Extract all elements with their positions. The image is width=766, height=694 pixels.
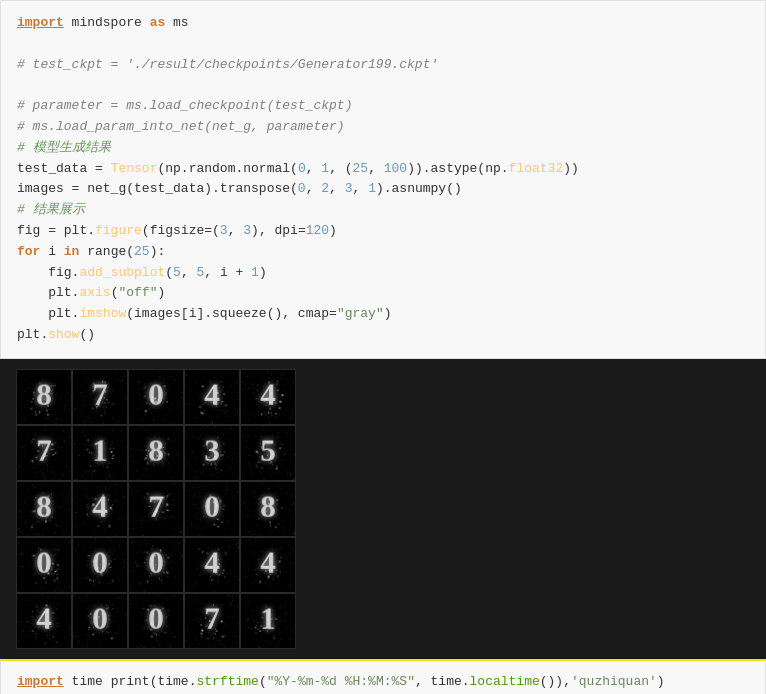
- digit-cell: [16, 425, 72, 481]
- digit-cell: [184, 425, 240, 481]
- digit-cell: [72, 481, 128, 537]
- digit-cell: [16, 481, 72, 537]
- digit-row: [16, 425, 296, 481]
- digit-cell: [72, 425, 128, 481]
- digit-cell: [240, 481, 296, 537]
- image-output-block: [0, 359, 766, 659]
- digit-cell: [128, 537, 184, 593]
- digit-grid: [16, 369, 296, 649]
- digit-row: [16, 481, 296, 537]
- digit-cell: [128, 369, 184, 425]
- digit-cell: [128, 593, 184, 649]
- digit-cell: [16, 369, 72, 425]
- digit-row: [16, 593, 296, 649]
- digit-cell: [184, 593, 240, 649]
- code-block-1: import mindspore as ms # test_ckpt = './…: [0, 0, 766, 359]
- digit-row: [16, 369, 296, 425]
- digit-cell: [240, 425, 296, 481]
- digit-cell: [240, 369, 296, 425]
- digit-cell: [16, 537, 72, 593]
- digit-cell: [128, 481, 184, 537]
- digit-cell: [72, 537, 128, 593]
- digit-cell: [240, 593, 296, 649]
- digit-cell: [72, 369, 128, 425]
- digit-cell: [240, 537, 296, 593]
- digit-cell: [184, 369, 240, 425]
- digit-cell: [184, 481, 240, 537]
- digit-cell: [16, 593, 72, 649]
- digit-cell: [184, 537, 240, 593]
- digit-cell: [72, 593, 128, 649]
- digit-row: [16, 537, 296, 593]
- digit-cell: [128, 425, 184, 481]
- code-block-2: import time print(time.strftime("%Y-%m-%…: [0, 659, 766, 694]
